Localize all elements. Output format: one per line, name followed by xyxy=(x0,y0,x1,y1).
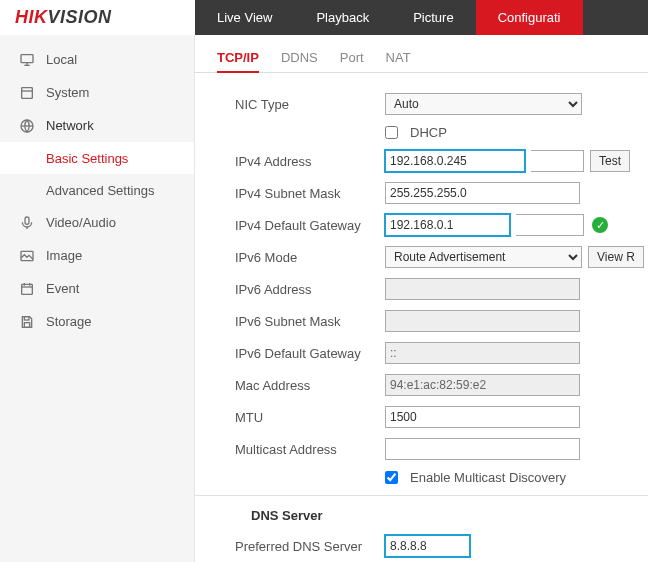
settings-form: NIC Type Auto DHCP IPv4 Address Test xyxy=(195,73,648,562)
ipv6-gateway-label: IPv6 Default Gateway xyxy=(235,346,385,361)
system-icon xyxy=(18,84,36,102)
nav-playback-label: Playback xyxy=(316,10,369,25)
sidebar-item-local[interactable]: Local xyxy=(0,43,194,76)
ipv6-address-label: IPv6 Address xyxy=(235,282,385,297)
nav-picture[interactable]: Picture xyxy=(391,0,475,35)
dns-section-title: DNS Server xyxy=(195,508,648,523)
mtu-label: MTU xyxy=(235,410,385,425)
sidebar-sub-advanced-settings[interactable]: Advanced Settings xyxy=(0,174,194,206)
sidebar-item-label: Local xyxy=(46,52,77,67)
preferred-dns-label: Preferred DNS Server xyxy=(235,539,385,554)
sidebar-item-label: Event xyxy=(46,281,79,296)
ipv6-mode-label: IPv6 Mode xyxy=(235,250,385,265)
multicast-address-label: Multicast Address xyxy=(235,442,385,457)
ipv4-gateway-label: IPv4 Default Gateway xyxy=(235,218,385,233)
nav-configuration-label: Configurati xyxy=(498,10,561,25)
tab-ddns[interactable]: DDNS xyxy=(281,50,318,72)
tab-label: Port xyxy=(340,50,364,65)
sidebar-item-label: Storage xyxy=(46,314,92,329)
ipv4-gateway-input-ext[interactable] xyxy=(516,214,584,236)
ipv4-address-label: IPv4 Address xyxy=(235,154,385,169)
ipv4-address-input[interactable] xyxy=(385,150,525,172)
brand-part1: HIK xyxy=(15,7,48,28)
mic-icon xyxy=(18,214,36,232)
sidebar: Local System Network Basic Settings Adva… xyxy=(0,35,195,562)
ipv4-address-input-ext[interactable] xyxy=(531,150,584,172)
preferred-dns-input[interactable] xyxy=(385,535,470,557)
save-icon xyxy=(18,313,36,331)
nic-type-label: NIC Type xyxy=(235,97,385,112)
tab-label: DDNS xyxy=(281,50,318,65)
content-area: TCP/IP DDNS Port NAT NIC Type Auto DHCP … xyxy=(195,35,648,562)
ipv6-address-input xyxy=(385,278,580,300)
sidebar-item-label: Video/Audio xyxy=(46,215,116,230)
sidebar-item-system[interactable]: System xyxy=(0,76,194,109)
tab-nat[interactable]: NAT xyxy=(386,50,411,72)
ipv6-mask-input xyxy=(385,310,580,332)
svg-rect-15 xyxy=(24,322,29,327)
sidebar-item-storage[interactable]: Storage xyxy=(0,305,194,338)
dhcp-label: DHCP xyxy=(410,125,447,140)
tab-port[interactable]: Port xyxy=(340,50,364,72)
test-button[interactable]: Test xyxy=(590,150,630,172)
tab-label: TCP/IP xyxy=(217,50,259,65)
svg-rect-0 xyxy=(21,54,33,62)
ipv4-mask-input[interactable] xyxy=(385,182,580,204)
nav-live-view-label: Live View xyxy=(217,10,272,25)
sub-tabs: TCP/IP DDNS Port NAT xyxy=(195,35,648,73)
nav-configuration[interactable]: Configurati xyxy=(476,0,583,35)
enable-multicast-label: Enable Multicast Discovery xyxy=(410,470,566,485)
tab-tcpip[interactable]: TCP/IP xyxy=(217,50,259,73)
svg-rect-3 xyxy=(22,87,33,98)
sidebar-item-event[interactable]: Event xyxy=(0,272,194,305)
brand-part2: VISION xyxy=(48,7,112,28)
nav-picture-label: Picture xyxy=(413,10,453,25)
top-header: HIKVISION Live View Playback Picture Con… xyxy=(0,0,648,35)
sidebar-item-label: Basic Settings xyxy=(46,151,128,166)
check-ok-icon: ✓ xyxy=(592,217,608,233)
top-nav: Live View Playback Picture Configurati xyxy=(195,0,583,35)
nic-type-select[interactable]: Auto xyxy=(385,93,582,115)
ipv4-mask-label: IPv4 Subnet Mask xyxy=(235,186,385,201)
mtu-input[interactable] xyxy=(385,406,580,428)
calendar-icon xyxy=(18,280,36,298)
svg-rect-7 xyxy=(25,217,29,224)
nav-live-view[interactable]: Live View xyxy=(195,0,294,35)
ipv6-gateway-input xyxy=(385,342,580,364)
sidebar-item-image[interactable]: Image xyxy=(0,239,194,272)
monitor-icon xyxy=(18,51,36,69)
sidebar-item-network[interactable]: Network xyxy=(0,109,194,142)
ipv6-mode-select[interactable]: Route Advertisement xyxy=(385,246,582,268)
dhcp-checkbox[interactable] xyxy=(385,126,398,139)
nav-playback[interactable]: Playback xyxy=(294,0,391,35)
sidebar-item-label: Network xyxy=(46,118,94,133)
globe-icon xyxy=(18,117,36,135)
svg-rect-10 xyxy=(22,284,33,294)
sidebar-sub-basic-settings[interactable]: Basic Settings xyxy=(0,142,194,174)
view-route-button[interactable]: View R xyxy=(588,246,644,268)
svg-rect-14 xyxy=(24,316,29,319)
sidebar-item-video-audio[interactable]: Video/Audio xyxy=(0,206,194,239)
sidebar-item-label: Advanced Settings xyxy=(46,183,154,198)
image-icon xyxy=(18,247,36,265)
mac-address-input xyxy=(385,374,580,396)
multicast-address-input[interactable] xyxy=(385,438,580,460)
brand-logo: HIKVISION xyxy=(0,0,195,35)
tab-label: NAT xyxy=(386,50,411,65)
mac-address-label: Mac Address xyxy=(235,378,385,393)
sidebar-item-label: System xyxy=(46,85,89,100)
sidebar-item-label: Image xyxy=(46,248,82,263)
enable-multicast-checkbox[interactable] xyxy=(385,471,398,484)
ipv4-gateway-input[interactable] xyxy=(385,214,510,236)
ipv6-mask-label: IPv6 Subnet Mask xyxy=(235,314,385,329)
